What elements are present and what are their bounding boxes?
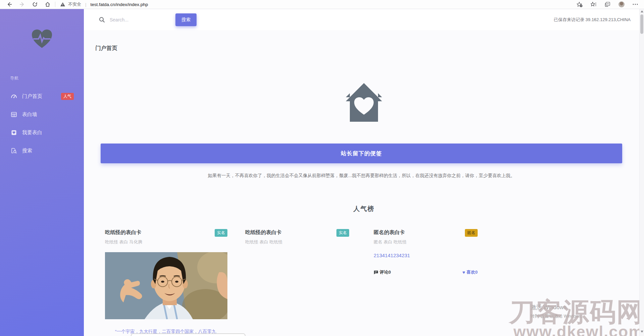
scroll-up-arrow-icon[interactable] [641, 10, 643, 12]
confession-card[interactable]: 吃纸怪的表白卡 实名 吃纸怪 表白 吃纸怪 [245, 229, 349, 245]
address-separator: | [85, 2, 86, 7]
nav-section-label: 导航 [10, 75, 84, 81]
sidebar-item-label: 我要表白 [22, 129, 42, 136]
card-content-link[interactable]: 2134141234231 [374, 253, 410, 258]
refresh-icon[interactable] [32, 2, 38, 7]
page-title: 门户首页 [95, 45, 644, 52]
card-title[interactable]: 吃纸怪的表白卡 [105, 229, 142, 236]
browser-toolbar: 不安全 | test.fatda.cn/index/index.php [0, 0, 644, 9]
collections-icon[interactable] [605, 2, 610, 7]
card-subtitle: 吃纸怪 表白 吃纸怪 [245, 239, 349, 245]
add-favorite-icon[interactable] [577, 2, 583, 7]
comments-button[interactable]: 评论0 [374, 269, 391, 275]
security-label: 不安全 [68, 1, 81, 7]
anonymous-badge: 匿名 [465, 229, 478, 237]
browser-menu-icon[interactable] [633, 4, 638, 5]
card-footer: 评论0 ♥ 喜欢0 [374, 269, 478, 275]
vertical-scrollbar[interactable] [639, 9, 644, 336]
card-subtitle: 吃纸怪 表白 马化腾 [105, 239, 227, 245]
webmaster-note-banner: 站长留下的便签 [101, 144, 622, 163]
dashboard-icon [11, 94, 17, 99]
banner-title: 站长留下的便签 [341, 150, 382, 157]
sidebar-nav: 门户首页 人气 表白墙 我要表白 搜索 [0, 87, 84, 160]
popularity-ranking-title: 人气榜 [84, 205, 644, 213]
card-title[interactable]: 匿名的表白卡 [374, 229, 405, 236]
like-button[interactable]: ♥ 喜欢0 [462, 269, 478, 275]
topbar: 搜索 已保存来访记录 39.162.129.213,CHINA [84, 9, 644, 30]
favorites-bar-icon[interactable] [591, 2, 597, 7]
main-area: 搜索 已保存来访记录 39.162.129.213,CHINA 门户首页 站长留… [84, 9, 644, 336]
page-body: 导航 门户首页 人气 表白墙 我要表白 搜索 [0, 9, 644, 336]
comment-icon [374, 270, 378, 275]
search-box [99, 17, 175, 23]
toolbar-divider [55, 2, 55, 7]
search-button[interactable]: 搜索 [175, 13, 197, 26]
sidebar-item-search[interactable]: 搜索 [0, 142, 84, 160]
ranking-cards: 吃纸怪的表白卡 实名 吃纸怪 表白 马化腾 [105, 229, 644, 336]
not-secure-warning-icon [60, 2, 65, 7]
likes-label: 喜欢0 [467, 269, 478, 275]
table-icon [11, 112, 17, 117]
home-icon[interactable] [45, 2, 50, 7]
home-heart-icon [342, 83, 385, 122]
card-photo [105, 252, 227, 319]
sidebar: 导航 门户首页 人气 表白墙 我要表白 搜索 [0, 9, 84, 336]
sidebar-item-label: 门户首页 [22, 93, 42, 100]
comments-label: 评论0 [380, 269, 391, 275]
search-input[interactable] [110, 17, 175, 22]
real-name-badge: 实名 [215, 229, 227, 237]
sidebar-item-label: 搜索 [22, 148, 32, 154]
sidebar-item-make-confession[interactable]: 我要表白 [0, 123, 84, 142]
heart-icon: ♥ [462, 270, 465, 275]
scroll-down-arrow-icon[interactable] [641, 331, 643, 333]
card-title[interactable]: 吃纸怪的表白卡 [245, 229, 282, 236]
sidebar-item-confession-wall[interactable]: 表白墙 [0, 105, 84, 123]
forward-icon[interactable] [19, 2, 25, 7]
clipped-bottom-element [131, 333, 246, 336]
sidebar-item-portal-home[interactable]: 门户首页 人气 [0, 87, 84, 105]
visitor-record-text: 已保存来访记录 39.162.129.213,CHINA [554, 17, 631, 23]
address-bar[interactable]: 不安全 | test.fatda.cn/index/index.php [60, 1, 577, 7]
file-search-icon [11, 148, 17, 154]
sidebar-item-label: 表白墙 [22, 111, 37, 118]
heart-square-icon [11, 130, 17, 135]
back-icon[interactable] [7, 2, 12, 7]
page-url: test.fatda.cn/index/index.php [90, 2, 148, 7]
banner-note-text: 如果有一天，不再喜欢你了，我的生活会不会又像从前那样堕落，颓废...我不想再要那… [101, 173, 622, 179]
real-name-badge: 实名 [336, 229, 349, 237]
hot-badge: 人气 [61, 93, 74, 100]
search-icon [99, 17, 105, 23]
confession-card[interactable]: 吃纸怪的表白卡 实名 吃纸怪 表白 马化腾 [105, 229, 227, 336]
browser-profile-avatar[interactable] [619, 1, 625, 7]
scrollbar-thumb[interactable] [640, 14, 643, 34]
heart-pulse-logo-icon [31, 29, 53, 49]
confession-card[interactable]: 匿名的表白卡 匿名 匿名 表白 吃纸怪 2134141234231 评论0 ♥ … [374, 229, 478, 275]
card-subtitle: 匿名 表白 吃纸怪 [374, 239, 478, 245]
